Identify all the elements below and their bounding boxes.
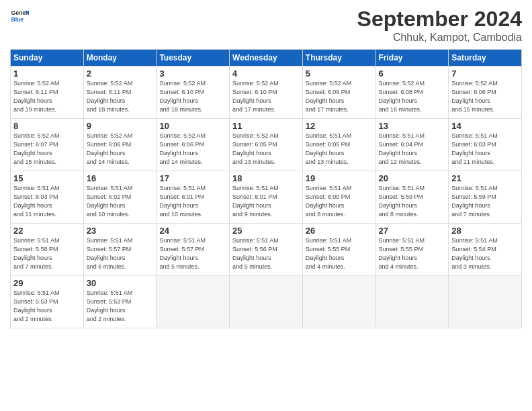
table-row: 22 Sunrise: 5:51 AM Sunset: 5:58 PM Dayl…: [11, 224, 84, 276]
table-row: 12 Sunrise: 5:51 AM Sunset: 6:05 PM Dayl…: [302, 119, 375, 171]
day-info: Sunrise: 5:51 AM Sunset: 6:05 PM Dayligh…: [306, 132, 373, 167]
table-row: 21 Sunrise: 5:51 AM Sunset: 5:59 PM Dayl…: [449, 171, 522, 224]
day-number: 5: [306, 68, 373, 79]
day-info: Sunrise: 5:51 AM Sunset: 5:55 PM Dayligh…: [379, 236, 446, 271]
day-info: Sunrise: 5:52 AM Sunset: 6:09 PM Dayligh…: [306, 79, 373, 114]
day-info: Sunrise: 5:52 AM Sunset: 6:08 PM Dayligh…: [379, 79, 446, 114]
day-number: 3: [159, 68, 226, 79]
day-number: 16: [87, 173, 154, 183]
col-saturday: Saturday: [449, 50, 522, 66]
table-row: 4 Sunrise: 5:52 AM Sunset: 6:10 PM Dayli…: [230, 66, 303, 119]
table-row: 1 Sunrise: 5:52 AM Sunset: 6:11 PM Dayli…: [11, 66, 84, 119]
table-row: 24 Sunrise: 5:51 AM Sunset: 5:57 PM Dayl…: [157, 224, 230, 276]
day-info: Sunrise: 5:51 AM Sunset: 5:57 PM Dayligh…: [159, 236, 226, 271]
day-info: Sunrise: 5:52 AM Sunset: 6:07 PM Dayligh…: [13, 132, 81, 167]
table-row: [449, 276, 522, 328]
day-number: 17: [159, 173, 226, 183]
table-row: 23 Sunrise: 5:51 AM Sunset: 5:57 PM Dayl…: [83, 224, 157, 276]
table-row: 16 Sunrise: 5:51 AM Sunset: 6:02 PM Dayl…: [83, 171, 157, 224]
day-number: 9: [87, 121, 154, 131]
day-number: 4: [232, 68, 300, 79]
day-info: Sunrise: 5:52 AM Sunset: 6:10 PM Dayligh…: [159, 79, 226, 114]
table-row: 30 Sunrise: 5:51 AM Sunset: 5:53 PM Dayl…: [83, 276, 157, 328]
table-row: 2 Sunrise: 5:52 AM Sunset: 6:11 PM Dayli…: [83, 66, 157, 119]
table-row: 25 Sunrise: 5:51 AM Sunset: 5:56 PM Dayl…: [230, 224, 303, 276]
day-number: 24: [159, 226, 226, 236]
day-number: 21: [451, 173, 519, 183]
table-row: 13 Sunrise: 5:51 AM Sunset: 6:04 PM Dayl…: [375, 119, 449, 171]
day-number: 23: [87, 226, 154, 236]
day-number: 20: [379, 173, 446, 183]
day-number: 26: [306, 226, 373, 236]
day-info: Sunrise: 5:51 AM Sunset: 5:59 PM Dayligh…: [451, 184, 519, 219]
table-row: 3 Sunrise: 5:52 AM Sunset: 6:10 PM Dayli…: [157, 66, 230, 119]
day-number: 27: [379, 226, 446, 236]
logo-icon: General Blue: [10, 7, 29, 26]
day-info: Sunrise: 5:51 AM Sunset: 6:03 PM Dayligh…: [13, 184, 81, 219]
day-info: Sunrise: 5:51 AM Sunset: 6:03 PM Dayligh…: [451, 132, 519, 167]
day-info: Sunrise: 5:51 AM Sunset: 6:04 PM Dayligh…: [379, 132, 446, 167]
day-info: Sunrise: 5:51 AM Sunset: 5:57 PM Dayligh…: [87, 236, 154, 271]
calendar-row-5: 29 Sunrise: 5:51 AM Sunset: 5:53 PM Dayl…: [11, 276, 522, 328]
table-row: 18 Sunrise: 5:51 AM Sunset: 6:01 PM Dayl…: [230, 171, 303, 224]
table-row: 29 Sunrise: 5:51 AM Sunset: 5:53 PM Dayl…: [11, 276, 84, 328]
day-number: 19: [306, 173, 373, 183]
day-number: 18: [232, 173, 300, 183]
calendar-table: Sunday Monday Tuesday Wednesday Thursday…: [10, 49, 522, 328]
location-title: Chhuk, Kampot, Cambodia: [357, 32, 522, 44]
table-row: 6 Sunrise: 5:52 AM Sunset: 6:08 PM Dayli…: [375, 66, 449, 119]
svg-text:Blue: Blue: [11, 16, 24, 23]
day-info: Sunrise: 5:51 AM Sunset: 5:55 PM Dayligh…: [306, 236, 373, 271]
table-row: 20 Sunrise: 5:51 AM Sunset: 5:59 PM Dayl…: [375, 171, 449, 224]
day-info: Sunrise: 5:51 AM Sunset: 5:54 PM Dayligh…: [451, 236, 519, 271]
calendar-row-2: 8 Sunrise: 5:52 AM Sunset: 6:07 PM Dayli…: [11, 119, 522, 171]
calendar-header-row: Sunday Monday Tuesday Wednesday Thursday…: [11, 50, 522, 66]
day-info: Sunrise: 5:51 AM Sunset: 6:01 PM Dayligh…: [159, 184, 226, 219]
day-number: 14: [451, 121, 519, 131]
day-info: Sunrise: 5:51 AM Sunset: 5:53 PM Dayligh…: [87, 289, 154, 324]
day-number: 11: [232, 121, 300, 131]
day-number: 10: [159, 121, 226, 131]
day-info: Sunrise: 5:51 AM Sunset: 6:02 PM Dayligh…: [87, 184, 154, 219]
col-tuesday: Tuesday: [157, 50, 230, 66]
table-row: [375, 276, 449, 328]
day-info: Sunrise: 5:51 AM Sunset: 5:53 PM Dayligh…: [13, 289, 81, 324]
day-info: Sunrise: 5:51 AM Sunset: 5:56 PM Dayligh…: [232, 236, 300, 271]
svg-text:General: General: [11, 9, 29, 16]
day-info: Sunrise: 5:52 AM Sunset: 6:11 PM Dayligh…: [13, 79, 81, 114]
calendar-row-3: 15 Sunrise: 5:51 AM Sunset: 6:03 PM Dayl…: [11, 171, 522, 224]
day-number: 12: [306, 121, 373, 131]
day-number: 7: [451, 68, 519, 79]
page-header: General Blue September 2024 Chhuk, Kampo…: [10, 7, 522, 44]
month-title: September 2024: [357, 7, 522, 32]
day-number: 28: [451, 226, 519, 236]
table-row: 27 Sunrise: 5:51 AM Sunset: 5:55 PM Dayl…: [375, 224, 449, 276]
day-info: Sunrise: 5:52 AM Sunset: 6:11 PM Dayligh…: [87, 79, 154, 114]
day-info: Sunrise: 5:52 AM Sunset: 6:05 PM Dayligh…: [232, 132, 300, 167]
table-row: [157, 276, 230, 328]
day-number: 15: [13, 173, 81, 183]
calendar-row-4: 22 Sunrise: 5:51 AM Sunset: 5:58 PM Dayl…: [11, 224, 522, 276]
day-number: 22: [13, 226, 81, 236]
day-number: 1: [13, 68, 81, 79]
table-row: 26 Sunrise: 5:51 AM Sunset: 5:55 PM Dayl…: [302, 224, 375, 276]
day-info: Sunrise: 5:52 AM Sunset: 6:08 PM Dayligh…: [451, 79, 519, 114]
table-row: [230, 276, 303, 328]
col-thursday: Thursday: [302, 50, 375, 66]
table-row: [302, 276, 375, 328]
day-number: 2: [87, 68, 154, 79]
table-row: 28 Sunrise: 5:51 AM Sunset: 5:54 PM Dayl…: [449, 224, 522, 276]
day-number: 13: [379, 121, 446, 131]
col-wednesday: Wednesday: [230, 50, 303, 66]
table-row: 14 Sunrise: 5:51 AM Sunset: 6:03 PM Dayl…: [449, 119, 522, 171]
day-info: Sunrise: 5:52 AM Sunset: 6:06 PM Dayligh…: [159, 132, 226, 167]
day-number: 25: [232, 226, 300, 236]
table-row: 19 Sunrise: 5:51 AM Sunset: 6:00 PM Dayl…: [302, 171, 375, 224]
table-row: 9 Sunrise: 5:52 AM Sunset: 6:06 PM Dayli…: [83, 119, 157, 171]
day-info: Sunrise: 5:51 AM Sunset: 5:59 PM Dayligh…: [379, 184, 446, 219]
day-number: 29: [13, 278, 81, 288]
calendar-row-1: 1 Sunrise: 5:52 AM Sunset: 6:11 PM Dayli…: [11, 66, 522, 119]
table-row: 10 Sunrise: 5:52 AM Sunset: 6:06 PM Dayl…: [157, 119, 230, 171]
day-number: 8: [13, 121, 81, 131]
day-info: Sunrise: 5:52 AM Sunset: 6:06 PM Dayligh…: [87, 132, 154, 167]
